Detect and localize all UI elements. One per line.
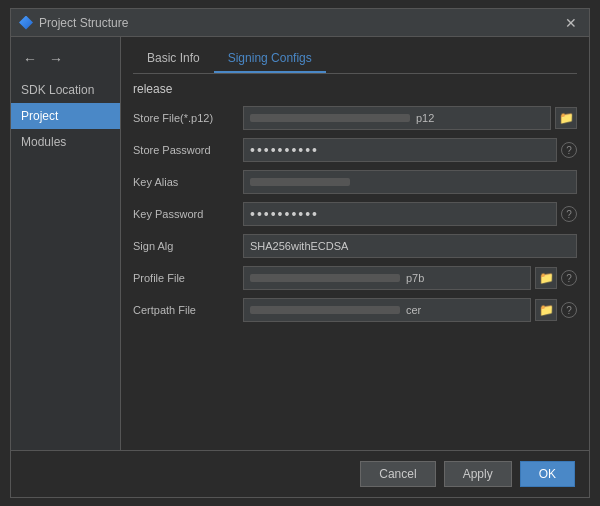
key-alias-input[interactable] [243, 170, 577, 194]
store-file-browse-button[interactable]: 📁 [555, 107, 577, 129]
store-password-row: Store Password ? [133, 138, 577, 162]
certpath-file-label: Certpath File [133, 304, 243, 316]
profile-file-help-icon[interactable]: ? [561, 270, 577, 286]
app-icon [19, 16, 33, 30]
key-password-label: Key Password [133, 208, 243, 220]
sign-alg-input[interactable] [243, 234, 577, 258]
dialog-title: Project Structure [39, 16, 561, 30]
close-button[interactable]: ✕ [561, 15, 581, 31]
tab-basic-info[interactable]: Basic Info [133, 45, 214, 73]
tab-bar: Basic Info Signing Configs [133, 45, 577, 74]
section-title: release [133, 82, 577, 96]
profile-file-blurred [250, 274, 400, 282]
certpath-file-browse-button[interactable]: 📁 [535, 299, 557, 321]
sidebar-item-sdk-location[interactable]: SDK Location [11, 77, 120, 103]
tab-signing-configs[interactable]: Signing Configs [214, 45, 326, 73]
profile-file-label: Profile File [133, 272, 243, 284]
sign-alg-input-wrap [243, 234, 577, 258]
store-password-help-icon[interactable]: ? [561, 142, 577, 158]
sidebar-item-modules[interactable]: Modules [11, 129, 120, 155]
back-button[interactable]: ← [19, 49, 41, 69]
sign-alg-label: Sign Alg [133, 240, 243, 252]
profile-file-browse-button[interactable]: 📁 [535, 267, 557, 289]
sidebar-item-project[interactable]: Project [11, 103, 120, 129]
certpath-file-help-icon[interactable]: ? [561, 302, 577, 318]
key-password-help-icon[interactable]: ? [561, 206, 577, 222]
title-bar: Project Structure ✕ [11, 9, 589, 37]
sign-alg-row: Sign Alg [133, 234, 577, 258]
store-password-input[interactable] [243, 138, 557, 162]
apply-button[interactable]: Apply [444, 461, 512, 487]
certpath-file-input[interactable]: cer [243, 298, 531, 322]
cancel-button[interactable]: Cancel [360, 461, 435, 487]
key-password-row: Key Password ? [133, 202, 577, 226]
profile-file-suffix: p7b [406, 272, 434, 284]
profile-file-input[interactable]: p7b [243, 266, 531, 290]
key-alias-label: Key Alias [133, 176, 243, 188]
store-file-suffix: p12 [416, 112, 444, 124]
dialog-body: ← → SDK Location Project Modules Basic I… [11, 37, 589, 450]
sidebar: ← → SDK Location Project Modules [11, 37, 121, 450]
key-password-input[interactable] [243, 202, 557, 226]
store-password-input-wrap: ? [243, 138, 577, 162]
key-alias-input-wrap [243, 170, 577, 194]
store-file-row: Store File(*.p12) p12 📁 [133, 106, 577, 130]
nav-buttons: ← → [11, 45, 120, 77]
store-file-input[interactable]: p12 [243, 106, 551, 130]
certpath-file-input-wrap: cer 📁 ? [243, 298, 577, 322]
certpath-file-suffix: cer [406, 304, 434, 316]
key-alias-blurred [250, 178, 350, 186]
main-content: Basic Info Signing Configs release Store… [121, 37, 589, 450]
profile-file-input-wrap: p7b 📁 ? [243, 266, 577, 290]
forward-button[interactable]: → [45, 49, 67, 69]
store-file-blurred [250, 114, 410, 122]
certpath-file-blurred [250, 306, 400, 314]
key-alias-row: Key Alias [133, 170, 577, 194]
certpath-file-row: Certpath File cer 📁 ? [133, 298, 577, 322]
store-file-input-wrap: p12 📁 [243, 106, 577, 130]
project-structure-dialog: Project Structure ✕ ← → SDK Location Pro… [10, 8, 590, 498]
dialog-footer: Cancel Apply OK [11, 450, 589, 497]
key-password-input-wrap: ? [243, 202, 577, 226]
profile-file-row: Profile File p7b 📁 ? [133, 266, 577, 290]
store-password-label: Store Password [133, 144, 243, 156]
store-file-label: Store File(*.p12) [133, 112, 243, 124]
ok-button[interactable]: OK [520, 461, 575, 487]
